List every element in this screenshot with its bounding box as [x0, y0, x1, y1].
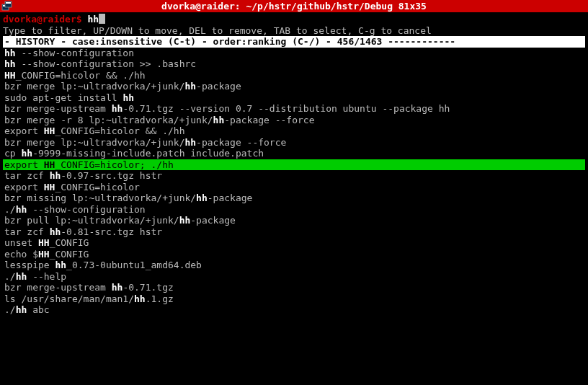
history-row[interactable]: tar zcf hh-0.81-src.tgz hstr: [3, 226, 585, 238]
history-highlight: hh: [50, 226, 61, 237]
history-pre: sudo apt-get install: [4, 92, 122, 103]
history-pre: ls /usr/share/man/man1/: [4, 293, 134, 304]
window-title: dvorka@raider: ~/p/hstr/github/hstr/Debu…: [0, 1, 588, 12]
window-titlebar[interactable]: dvorka@raider: ~/p/hstr/github/hstr/Debu…: [0, 0, 588, 12]
history-pre: bzr merge lp:~ultradvorka/+junk/: [4, 81, 184, 92]
history-highlight: hh: [16, 271, 27, 282]
history-post: -package: [196, 81, 241, 92]
history-row[interactable]: ./hh --show-configuration: [3, 204, 585, 216]
history-row[interactable]: ls /usr/share/man/man1/hh.1.gz: [3, 293, 585, 305]
history-post: -0.81-src.tgz hstr: [61, 226, 162, 237]
history-row[interactable]: cp hh-9999-missing-include.patch include…: [3, 148, 585, 159]
history-row[interactable]: ./hh --help: [3, 271, 585, 283]
history-list[interactable]: hh --show-configurationhh --show-configu…: [3, 48, 585, 316]
history-post: _0.73-0ubuntu1_amd64.deb: [66, 260, 202, 270]
status-bar: - HISTORY - case:insensitive (C-t) - ord…: [3, 36, 585, 48]
history-pre: export: [4, 182, 44, 192]
history-highlight: HH: [44, 125, 55, 136]
history-highlight: hh: [184, 137, 196, 148]
history-pre: tar zcf: [4, 226, 50, 237]
history-highlight: hh: [134, 293, 146, 304]
history-highlight: HH: [38, 249, 50, 260]
history-post: _CONFIG=hicolor: [55, 182, 139, 192]
history-highlight: hh: [179, 215, 191, 226]
history-highlight: HH: [4, 70, 16, 81]
terminal-area[interactable]: dvorka@raider$ hh Type to filter, UP/DOW…: [0, 12, 588, 317]
history-row[interactable]: hh --show-configuration: [3, 48, 585, 59]
history-row[interactable]: export HH_CONFIG=hicolor && ./hh: [3, 125, 585, 137]
history-row[interactable]: export HH_CONFIG=hicolor: [3, 182, 585, 193]
history-row[interactable]: sudo apt-get install hh: [3, 92, 585, 104]
history-post: .1.gz: [146, 293, 174, 304]
hint-line: Type to filter, UP/DOWN to move, DEL to …: [3, 25, 585, 37]
history-highlight: hh: [50, 170, 61, 181]
history-post: -package: [190, 215, 236, 226]
history-row[interactable]: ./hh abc: [3, 304, 585, 316]
history-post: --show-configuration: [27, 204, 145, 215]
history-row[interactable]: bzr pull lp:~ultradvorka/+junk/hh-packag…: [3, 215, 585, 226]
history-highlight: hh: [213, 115, 225, 125]
history-pre: ./: [4, 271, 16, 282]
history-pre: bzr missing lp:~ultradvorka/+junk/: [4, 192, 196, 203]
history-post: _CONFIG: [50, 237, 89, 248]
history-row[interactable]: export HH_CONFIG=hicolor; ./hh: [3, 159, 585, 171]
history-pre: bzr merge lp:~ultradvorka/+junk/: [4, 137, 184, 148]
cursor: [99, 14, 105, 24]
history-post: -0.71.tgz --version 0.7 --distribution u…: [122, 103, 450, 114]
history-post: -9999-missing-include.patch include.patc…: [32, 148, 264, 159]
history-post: _CONFIG=hicolor && ./hh: [16, 70, 146, 81]
history-row[interactable]: bzr merge-upstream hh-0.71.tgz: [3, 282, 585, 293]
history-pre: bzr merge -r 8 lp:~ultradvorka/+junk/: [4, 115, 213, 125]
history-pre: bzr pull lp:~ultradvorka/+junk/: [4, 215, 179, 226]
history-post: -package --force: [196, 137, 286, 148]
history-row[interactable]: bzr merge lp:~ultradvorka/+junk/hh-packa…: [3, 81, 585, 92]
history-highlight: hh: [184, 81, 196, 92]
history-row[interactable]: tar zcf hh-0.97-src.tgz hstr: [3, 170, 585, 182]
prompt-line[interactable]: dvorka@raider$ hh: [3, 14, 585, 25]
history-highlight: hh: [21, 148, 32, 159]
history-highlight: HH: [44, 159, 55, 170]
history-pre: bzr merge-upstream: [4, 282, 112, 293]
history-post: --show-configuration: [16, 48, 134, 58]
history-pre: ./: [4, 204, 16, 215]
history-pre: cp: [4, 148, 21, 159]
history-post: -package --force: [224, 115, 314, 125]
history-pre: export: [4, 159, 44, 170]
history-highlight: HH: [44, 182, 55, 192]
history-pre: bzr merge-upstream: [4, 103, 112, 114]
history-pre: tar zcf: [4, 170, 50, 181]
history-highlight: hh: [55, 260, 66, 270]
history-post: _CONFIG=hicolor; ./hh: [55, 159, 173, 170]
history-highlight: hh: [112, 282, 123, 293]
history-row[interactable]: bzr merge lp:~ultradvorka/+junk/hh-packa…: [3, 137, 585, 149]
history-post: _CONFIG: [50, 249, 89, 260]
history-row[interactable]: HH_CONFIG=hicolor && ./hh: [3, 70, 585, 81]
history-post: _CONFIG=hicolor && ./hh: [55, 125, 184, 136]
history-highlight: hh: [16, 204, 27, 215]
history-row[interactable]: hh --show-configuration >> .bashrc: [3, 58, 585, 70]
prompt-typed: hh: [87, 14, 99, 25]
history-pre: export: [4, 125, 44, 136]
history-highlight: hh: [122, 92, 134, 103]
history-highlight: HH: [38, 237, 50, 248]
history-row[interactable]: echo $HH_CONFIG: [3, 249, 585, 260]
history-highlight: hh: [16, 304, 27, 315]
history-highlight: hh: [4, 58, 16, 69]
history-post: --help: [27, 271, 66, 282]
history-row[interactable]: lesspipe hh_0.73-0ubuntu1_amd64.deb: [3, 260, 585, 271]
history-pre: lesspipe: [4, 260, 55, 270]
history-row[interactable]: unset HH_CONFIG: [3, 237, 585, 249]
history-post: -0.97-src.tgz hstr: [61, 170, 162, 181]
history-highlight: hh: [196, 192, 208, 203]
history-highlight: hh: [4, 48, 16, 58]
prompt-userhost: dvorka@raider$: [3, 14, 87, 25]
history-post: --show-configuration >> .bashrc: [16, 58, 196, 69]
history-post: -package: [208, 192, 253, 203]
history-row[interactable]: bzr merge -r 8 lp:~ultradvorka/+junk/hh-…: [3, 115, 585, 126]
history-highlight: hh: [112, 103, 123, 114]
history-pre: echo $: [4, 249, 38, 260]
history-row[interactable]: bzr missing lp:~ultradvorka/+junk/hh-pac…: [3, 192, 585, 204]
history-pre: unset: [4, 237, 38, 248]
history-post: -0.71.tgz: [122, 282, 173, 293]
history-row[interactable]: bzr merge-upstream hh-0.71.tgz --version…: [3, 103, 585, 115]
